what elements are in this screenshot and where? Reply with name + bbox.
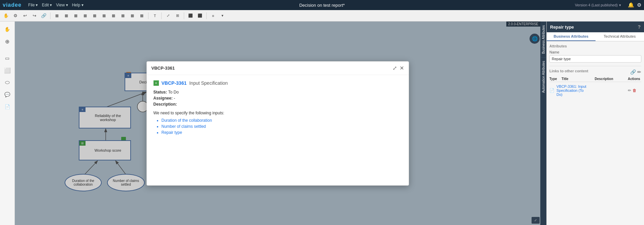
link-type-icon: 📄 xyxy=(549,88,554,93)
right-panel: Repair type ? Business Attributes Techni… xyxy=(546,22,644,225)
links-section: Links to other content 🔗 ✏ Type Title De… xyxy=(549,69,641,98)
top-bar: viadee File ▾ Edit ▾ View ▾ Help ▾ Decis… xyxy=(0,0,644,10)
toolbar-element3[interactable]: ▦ xyxy=(72,12,80,20)
toolbar-element1[interactable]: ▦ xyxy=(53,12,61,20)
link-edit-icon[interactable]: ✏ xyxy=(637,69,641,75)
side-tab-business[interactable]: Business Attributes xyxy=(541,22,546,57)
toolbar-grid[interactable]: ⊞ xyxy=(173,12,181,20)
version-selector[interactable]: Version 4 (Last published) ▾ xyxy=(575,3,621,7)
left-tool-comment[interactable]: 💬 xyxy=(2,89,12,100)
modal-header: VBCP-3361 ⤢ ✕ xyxy=(147,62,409,75)
toolbar-export2[interactable]: ⬛ xyxy=(196,12,204,20)
left-tool-rect[interactable]: ▭ xyxy=(2,53,12,63)
attributes-section-title: Attributes xyxy=(549,44,641,48)
settings-gear-icon[interactable]: ⚙ xyxy=(637,2,641,8)
toolbar-element7[interactable]: ▦ xyxy=(109,12,117,20)
bullet-item-1[interactable]: Duration of the collaboration xyxy=(162,118,402,123)
tab-technical-attributes[interactable]: Technical Attributes xyxy=(596,32,644,41)
name-label: Name xyxy=(549,50,641,54)
issue-icon: ≡ xyxy=(154,80,159,86)
menu-file[interactable]: File ▾ xyxy=(28,3,38,7)
toolbar-undo[interactable]: ↩ xyxy=(21,12,29,20)
right-panel-title: Repair type xyxy=(550,25,574,30)
toolbar-sep-2 xyxy=(148,12,148,19)
modal-actions: ⤢ ✕ xyxy=(393,65,404,71)
modal-bullet-list: Duration of the collaboration Number of … xyxy=(154,118,402,135)
main-toolbar: ✋ ⚙ ↩ ↪ 🔗 ▦ ▦ ▦ ▦ ▦ ▦ ▦ ▦ ▦ ▦ T ⤢ ⊞ ⬛ ⬛ … xyxy=(0,10,644,22)
modal-title: VBCP-3361 xyxy=(151,66,175,71)
right-panel-container: Business Attributes Automation Attribute… xyxy=(540,22,644,225)
toolbar-element4[interactable]: ▦ xyxy=(81,12,89,20)
issue-header: ≡ VBCP-3361 Input Specification xyxy=(154,80,402,86)
modal-dialog: VBCP-3361 ⤢ ✕ ≡ VBCP-3361 Input Specific… xyxy=(146,61,409,186)
toolbar-element10[interactable]: ▦ xyxy=(138,12,146,20)
canvas-area[interactable]: ≡ Decision o... ≡ Reliability of the wor… xyxy=(15,22,540,225)
links-table-header: Type Title Description Actions xyxy=(549,77,641,82)
left-tool-rounded[interactable]: ⬜ xyxy=(2,65,12,75)
toolbar-sep-5 xyxy=(206,12,207,19)
side-tab-automation[interactable]: Automation Attributes xyxy=(541,57,546,96)
toolbar-expand[interactable]: ⤢ xyxy=(164,12,172,20)
left-toolbar: ✋ ⊕ ▭ ⬜ ⬭ 💬 📄 xyxy=(0,22,15,225)
toolbar-export1[interactable]: ⬛ xyxy=(187,12,195,20)
modal-close-button[interactable]: ✕ xyxy=(400,65,404,71)
toolbar-link[interactable]: 🔗 xyxy=(40,12,48,20)
col-type-header: Type xyxy=(549,77,560,81)
left-tool-crosshair[interactable]: ⊕ xyxy=(2,36,12,46)
toolbar-element9[interactable]: ▦ xyxy=(128,12,136,20)
toolbar-element6[interactable]: ▦ xyxy=(100,12,108,20)
link-delete-action[interactable]: 🗑 xyxy=(633,88,637,93)
toolbar-settings-icon[interactable]: ⚙ xyxy=(11,12,20,20)
col-title-header: Title xyxy=(562,77,593,81)
toolbar-hand-tool[interactable]: ✋ xyxy=(2,12,10,20)
left-tool-doc[interactable]: 📄 xyxy=(2,102,12,112)
side-tabs: Business Attributes Automation Attribute… xyxy=(540,22,546,225)
modal-expand-button[interactable]: ⤢ xyxy=(393,65,397,71)
toolbar-align[interactable]: ≡ xyxy=(209,12,217,20)
modal-body: ≡ VBCP-3361 Input Specification Status: … xyxy=(147,75,409,142)
attributes-section: Attributes Name xyxy=(549,44,641,63)
link-edit-action[interactable]: ✏ xyxy=(628,88,631,93)
section-divider xyxy=(549,66,641,66)
menu-view[interactable]: View ▾ xyxy=(56,3,68,7)
left-tool-ellipse[interactable]: ⬭ xyxy=(2,77,12,87)
left-tool-hand[interactable]: ✋ xyxy=(2,24,12,34)
right-panel-header: Repair type ? xyxy=(547,22,644,32)
toolbar-element5[interactable]: ▦ xyxy=(91,12,99,20)
link-title[interactable]: VBCP-3361: Input Specification (To Do) xyxy=(556,84,590,97)
modal-intro-text: We need to specify the following inputs: xyxy=(154,111,402,115)
description-label: Description: xyxy=(154,102,177,107)
issue-type: Input Specification xyxy=(189,80,228,86)
menu-help[interactable]: Help ▾ xyxy=(72,3,83,7)
link-row-actions: ✏ 🗑 xyxy=(628,88,641,93)
issue-id[interactable]: VBCP-3361 xyxy=(162,80,187,86)
bullet-item-3[interactable]: Repair type xyxy=(162,130,402,135)
link-chain-icon[interactable]: 🔗 xyxy=(630,69,636,75)
col-desc-header: Description xyxy=(595,77,626,81)
notification-icon[interactable]: 🔔 xyxy=(628,2,634,8)
right-panel-content: Attributes Name Links to other content 🔗… xyxy=(547,41,644,225)
modal-overlay: VBCP-3361 ⤢ ✕ ≡ VBCP-3361 Input Specific… xyxy=(15,22,540,225)
toolbar-redo[interactable]: ↪ xyxy=(30,12,38,20)
right-panel-help-icon[interactable]: ? xyxy=(638,24,641,30)
toolbar-sep-3 xyxy=(161,12,162,19)
main-layout: ✋ ⊕ ▭ ⬜ ⬭ 💬 📄 xyxy=(0,22,644,225)
toolbar-align-chevron[interactable]: ▾ xyxy=(218,12,227,20)
top-icons: 🔔 ⚙ xyxy=(628,2,641,8)
toolbar-element8[interactable]: ▦ xyxy=(119,12,127,20)
right-panel-tabs: Business Attributes Technical Attributes xyxy=(547,32,644,41)
name-input[interactable] xyxy=(549,55,641,63)
links-actions: 🔗 ✏ xyxy=(630,69,641,75)
toolbar-sep-1 xyxy=(50,12,50,19)
modal-description-row: Description: xyxy=(154,102,402,107)
menu-edit[interactable]: Edit ▾ xyxy=(42,3,52,7)
toolbar-sep-4 xyxy=(184,12,184,19)
tab-business-attributes[interactable]: Business Attributes xyxy=(547,32,596,41)
modal-assignee-row: Assignee: - xyxy=(154,96,402,101)
toolbar-text[interactable]: T xyxy=(151,12,159,20)
link-row-1: 📄 VBCP-3361: Input Specification (To Do)… xyxy=(549,83,641,98)
bullet-item-2[interactable]: Number of claims settled xyxy=(162,124,402,129)
links-section-title: Links to other content xyxy=(549,69,588,73)
toolbar-element2[interactable]: ▦ xyxy=(62,12,70,20)
col-actions-header: Actions xyxy=(628,77,641,81)
